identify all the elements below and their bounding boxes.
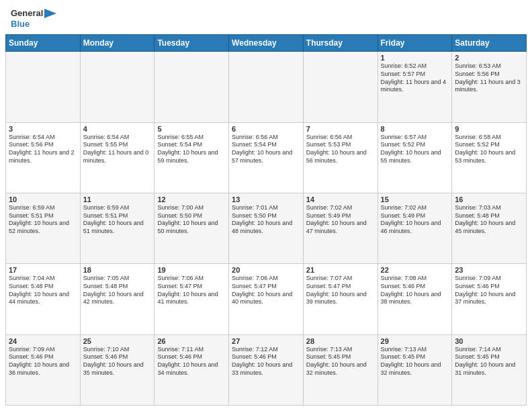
day-info-line: Sunset: 5:49 PM — [306, 212, 375, 220]
day-info-line: Sunset: 5:54 PM — [157, 141, 226, 149]
calendar-cell: 13Sunrise: 7:01 AMSunset: 5:50 PMDayligh… — [229, 193, 304, 263]
day-info-line: Sunset: 5:55 PM — [83, 141, 152, 149]
weekday-header-monday: Monday — [80, 35, 154, 52]
calendar-week-5: 24Sunrise: 7:09 AMSunset: 5:46 PMDayligh… — [6, 334, 527, 405]
calendar-cell: 21Sunrise: 7:07 AMSunset: 5:47 PMDayligh… — [303, 264, 378, 334]
day-info-line: Sunset: 5:46 PM — [9, 353, 77, 361]
day-info-line: Daylight: 10 hours and 57 minutes. — [232, 149, 300, 165]
calendar-cell: 29Sunrise: 7:13 AMSunset: 5:45 PMDayligh… — [378, 334, 452, 405]
day-info-line: Sunrise: 6:53 AM — [455, 62, 523, 71]
logo-general-text: General — [11, 8, 43, 19]
day-number: 5 — [157, 125, 226, 133]
day-info-line: Daylight: 11 hours and 3 minutes. — [455, 79, 523, 94]
day-info-line: Daylight: 10 hours and 35 minutes. — [83, 361, 152, 377]
day-info-line: Daylight: 10 hours and 45 minutes. — [455, 220, 523, 235]
day-info-line: Sunset: 5:46 PM — [455, 283, 523, 291]
day-info-line: Sunrise: 7:13 AM — [381, 346, 449, 354]
day-number: 8 — [381, 125, 449, 133]
day-info-line: Daylight: 10 hours and 40 minutes. — [232, 291, 300, 306]
calendar-cell: 4Sunrise: 6:54 AMSunset: 5:55 PMDaylight… — [80, 122, 154, 193]
day-info-line: Sunrise: 6:58 AM — [455, 134, 523, 142]
day-number: 11 — [83, 195, 152, 203]
day-number: 2 — [455, 54, 523, 62]
day-info-line: Daylight: 10 hours and 42 minutes. — [83, 291, 152, 306]
calendar-cell: 1Sunrise: 6:52 AMSunset: 5:57 PMDaylight… — [378, 52, 452, 122]
day-number: 18 — [83, 266, 152, 274]
day-info-line: Daylight: 10 hours and 53 minutes. — [455, 149, 523, 165]
calendar-cell: 11Sunrise: 6:59 AMSunset: 5:51 PMDayligh… — [80, 193, 154, 263]
calendar-cell — [303, 52, 378, 122]
day-info-line: Daylight: 10 hours and 41 minutes. — [157, 291, 226, 306]
day-number: 14 — [306, 195, 375, 203]
page: General Blue SundayMondayTuesdayWednesda… — [0, 0, 532, 411]
day-info-line: Sunrise: 7:02 AM — [306, 204, 375, 212]
day-info-line: Sunrise: 7:14 AM — [455, 346, 523, 354]
day-info-line: Daylight: 11 hours and 0 minutes. — [83, 149, 152, 165]
day-info-line: Daylight: 10 hours and 38 minutes. — [381, 291, 449, 306]
calendar-week-2: 3Sunrise: 6:54 AMSunset: 5:56 PMDaylight… — [6, 122, 527, 193]
day-number: 9 — [455, 125, 523, 133]
calendar-cell: 19Sunrise: 7:06 AMSunset: 5:47 PMDayligh… — [154, 264, 229, 334]
day-number: 21 — [306, 266, 375, 274]
day-info-line: Sunrise: 6:56 AM — [306, 134, 375, 142]
day-info-line: Sunset: 5:47 PM — [306, 283, 375, 291]
day-info-line: Sunset: 5:46 PM — [232, 353, 300, 361]
weekday-header-row: SundayMondayTuesdayWednesdayThursdayFrid… — [6, 35, 527, 52]
day-info-line: Sunrise: 7:04 AM — [9, 275, 77, 283]
day-info-line: Sunset: 5:46 PM — [157, 353, 226, 361]
day-info-line: Daylight: 10 hours and 32 minutes. — [306, 361, 375, 377]
day-number: 17 — [9, 266, 77, 274]
day-info-line: Daylight: 10 hours and 56 minutes. — [306, 149, 375, 165]
day-number: 25 — [83, 337, 152, 345]
weekday-header-thursday: Thursday — [303, 35, 378, 52]
day-info-line: Sunset: 5:52 PM — [455, 141, 523, 149]
day-info-line: Daylight: 10 hours and 47 minutes. — [306, 220, 375, 235]
day-info-line: Sunset: 5:51 PM — [9, 212, 77, 220]
day-info-line: Sunset: 5:45 PM — [381, 353, 449, 361]
day-info-line: Sunrise: 7:06 AM — [232, 275, 300, 283]
day-info-line: Daylight: 10 hours and 31 minutes. — [455, 361, 523, 377]
day-info-line: Sunrise: 7:00 AM — [157, 204, 226, 212]
day-info-line: Sunset: 5:48 PM — [9, 283, 77, 291]
calendar-cell: 8Sunrise: 6:57 AMSunset: 5:52 PMDaylight… — [378, 122, 452, 193]
calendar-cell: 18Sunrise: 7:05 AMSunset: 5:48 PMDayligh… — [80, 264, 154, 334]
day-info-line: Sunrise: 7:01 AM — [232, 204, 300, 212]
day-info-line: Daylight: 10 hours and 36 minutes. — [9, 361, 77, 377]
svg-marker-0 — [44, 9, 56, 18]
calendar-cell — [6, 52, 81, 122]
day-info-line: Daylight: 10 hours and 33 minutes. — [232, 361, 300, 377]
calendar-cell: 16Sunrise: 7:03 AMSunset: 5:48 PMDayligh… — [452, 193, 527, 263]
day-info-line: Sunrise: 7:09 AM — [455, 275, 523, 283]
calendar-cell: 27Sunrise: 7:12 AMSunset: 5:46 PMDayligh… — [229, 334, 304, 405]
day-info-line: Sunrise: 6:57 AM — [381, 134, 449, 142]
day-number: 1 — [381, 54, 449, 62]
day-info-line: Daylight: 10 hours and 44 minutes. — [9, 291, 77, 306]
calendar-cell — [80, 52, 154, 122]
calendar-cell: 5Sunrise: 6:55 AMSunset: 5:54 PMDaylight… — [154, 122, 229, 193]
day-info-line: Sunrise: 7:10 AM — [83, 346, 152, 354]
calendar-cell: 30Sunrise: 7:14 AMSunset: 5:45 PMDayligh… — [452, 334, 527, 405]
calendar-cell: 3Sunrise: 6:54 AMSunset: 5:56 PMDaylight… — [6, 122, 81, 193]
calendar-table: SundayMondayTuesdayWednesdayThursdayFrid… — [5, 34, 527, 406]
day-info-line: Daylight: 10 hours and 34 minutes. — [157, 361, 226, 377]
day-info-line: Sunrise: 7:08 AM — [381, 275, 449, 283]
day-info-line: Daylight: 10 hours and 46 minutes. — [381, 220, 449, 235]
calendar-cell: 15Sunrise: 7:02 AMSunset: 5:49 PMDayligh… — [378, 193, 452, 263]
day-number: 4 — [83, 125, 152, 133]
calendar-week-3: 10Sunrise: 6:59 AMSunset: 5:51 PMDayligh… — [6, 193, 527, 263]
day-number: 19 — [157, 266, 226, 274]
day-info-line: Daylight: 10 hours and 55 minutes. — [381, 149, 449, 165]
day-info-line: Daylight: 10 hours and 32 minutes. — [381, 361, 449, 377]
day-info-line: Sunrise: 7:07 AM — [306, 275, 375, 283]
day-number: 10 — [9, 195, 77, 203]
day-info-line: Sunrise: 7:06 AM — [157, 275, 226, 283]
day-info-line: Sunrise: 7:05 AM — [83, 275, 152, 283]
day-info-line: Sunset: 5:45 PM — [306, 353, 375, 361]
day-number: 13 — [232, 195, 300, 203]
day-info-line: Sunrise: 6:56 AM — [232, 134, 300, 142]
day-info-line: Sunrise: 6:54 AM — [83, 134, 152, 142]
calendar-cell: 26Sunrise: 7:11 AMSunset: 5:46 PMDayligh… — [154, 334, 229, 405]
calendar-cell: 20Sunrise: 7:06 AMSunset: 5:47 PMDayligh… — [229, 264, 304, 334]
calendar-cell: 22Sunrise: 7:08 AMSunset: 5:46 PMDayligh… — [378, 264, 452, 334]
day-number: 26 — [157, 337, 226, 345]
